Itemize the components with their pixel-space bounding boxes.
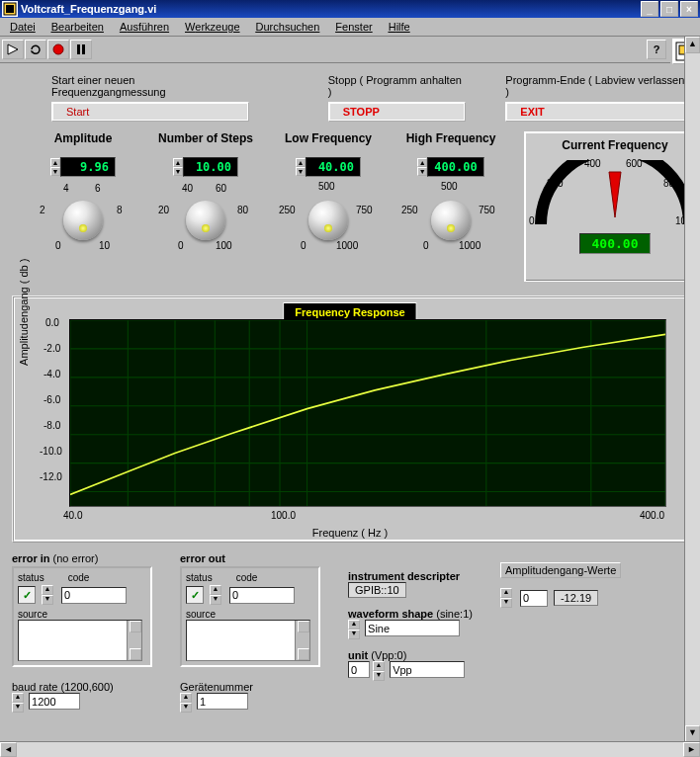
highfreq-knob[interactable] bbox=[431, 201, 471, 240]
unit-input[interactable] bbox=[390, 661, 465, 678]
highfreq-label: High Frequency bbox=[406, 131, 496, 145]
devno-caption: Gerätenummer bbox=[180, 681, 320, 693]
error-in-code[interactable] bbox=[61, 587, 127, 604]
pause-button[interactable] bbox=[70, 40, 92, 59]
amp-index-spinner[interactable]: ▲▼ bbox=[500, 588, 512, 608]
menu-werkzeuge[interactable]: Werkzeuge bbox=[179, 20, 245, 34]
error-out-source[interactable] bbox=[186, 620, 310, 661]
devno-input[interactable] bbox=[197, 693, 248, 710]
start-caption: Start einer neuen Frequenzgangmessung bbox=[51, 74, 249, 98]
start-button[interactable]: Start bbox=[51, 102, 249, 122]
error-in-code-spinner[interactable]: ▲▼ bbox=[42, 585, 53, 605]
steps-knob[interactable] bbox=[186, 201, 225, 240]
steps-control: Number of Steps ▲▼ 10.00 40 60 20 80 0 1… bbox=[156, 131, 255, 258]
lowfreq-label: Low Frequency bbox=[285, 131, 372, 145]
lowfreq-spinner[interactable]: ▲▼ bbox=[296, 158, 306, 176]
wave-spinner[interactable]: ▲▼ bbox=[348, 620, 360, 639]
amplitude-spinner[interactable]: ▲▼ bbox=[50, 158, 60, 176]
abort-button[interactable] bbox=[47, 40, 69, 59]
front-panel: Start einer neuen Frequenzgangmessung St… bbox=[0, 66, 700, 757]
unit-num[interactable] bbox=[348, 661, 370, 678]
vertical-scrollbar[interactable]: ▲▼ bbox=[684, 37, 700, 742]
steps-label: Number of Steps bbox=[158, 131, 253, 145]
error-in-cluster: error in (no error) status code ✓ ▲▼ sou… bbox=[12, 552, 152, 713]
current-frequency-meter: Current Frequency 0 200 400 600 800 1000… bbox=[524, 131, 700, 282]
chart-plot bbox=[70, 320, 665, 506]
run-button[interactable] bbox=[2, 40, 24, 59]
amplitude-label: Amplitude bbox=[54, 131, 113, 145]
menu-bar: Datei Bearbeiten Ausführen Werkzeuge Dur… bbox=[0, 18, 700, 37]
menu-datei[interactable]: Datei bbox=[4, 20, 42, 34]
highfreq-spinner[interactable]: ▲▼ bbox=[417, 158, 427, 176]
amp-current-value: -12.19 bbox=[554, 590, 598, 606]
menu-ausfuehren[interactable]: Ausführen bbox=[114, 20, 175, 34]
minimize-button[interactable]: _ bbox=[641, 1, 658, 17]
horizontal-scrollbar[interactable]: ◄► bbox=[0, 741, 700, 757]
amplitude-control: Amplitude ▲▼ 9.96 4 6 2 8 0 10 bbox=[34, 131, 132, 258]
menu-hilfe[interactable]: Hilfe bbox=[383, 20, 416, 34]
error-out-status: ✓ bbox=[186, 586, 204, 604]
toolbar: ? bbox=[0, 37, 670, 63]
amp-index[interactable] bbox=[520, 590, 548, 607]
svg-point-2 bbox=[53, 44, 63, 54]
exit-button[interactable]: EXIT bbox=[505, 102, 688, 122]
amp-values-caption[interactable]: Amplitudengang-Werte bbox=[500, 562, 621, 578]
svg-rect-3 bbox=[77, 44, 80, 54]
baud-caption: baud rate (1200,600) bbox=[12, 681, 152, 693]
device-settings: instrument descripter GPIB::10 waveform … bbox=[348, 570, 473, 713]
error-out-cluster: error out status code ✓ ▲▼ source Geräte… bbox=[180, 552, 320, 713]
stopp-caption: Stopp ( Programm anhalten ) bbox=[328, 74, 467, 98]
title-bar: Voltcraft_Frequenzgang.vi _ □ × bbox=[0, 0, 700, 18]
error-out-code-spinner[interactable]: ▲▼ bbox=[210, 585, 221, 605]
chart-xlabel: Frequenz ( Hz ) bbox=[312, 527, 388, 539]
chart-ylabel: Amplitudengang ( db ) bbox=[18, 259, 30, 366]
steps-spinner[interactable]: ▲▼ bbox=[173, 158, 183, 176]
amplitude-knob[interactable] bbox=[63, 201, 103, 240]
meter-title: Current Frequency bbox=[562, 138, 667, 152]
menu-durchsuchen[interactable]: Durchsuchen bbox=[250, 20, 326, 34]
context-help-button[interactable]: ? bbox=[647, 40, 666, 59]
stopp-button[interactable]: STOPP bbox=[328, 102, 467, 122]
menu-fenster[interactable]: Fenster bbox=[329, 20, 378, 34]
svg-rect-1 bbox=[6, 5, 14, 13]
highfreq-value[interactable]: 400.00 bbox=[427, 157, 483, 177]
error-in-source[interactable] bbox=[18, 620, 142, 661]
svg-marker-8 bbox=[609, 172, 621, 217]
menu-bearbeiten[interactable]: Bearbeiten bbox=[45, 20, 110, 34]
window-title: Voltcraft_Frequenzgang.vi bbox=[21, 3, 639, 15]
error-in-status: ✓ bbox=[18, 586, 36, 604]
unit-spinner[interactable]: ▲▼ bbox=[373, 661, 385, 681]
svg-rect-4 bbox=[82, 44, 85, 54]
baud-spinner[interactable]: ▲▼ bbox=[12, 693, 24, 713]
amplitude-value[interactable]: 9.96 bbox=[60, 157, 116, 177]
instr-caption: instrument descripter bbox=[348, 570, 473, 582]
exit-caption: Programm-Ende ( Labview verlassen ) bbox=[505, 74, 688, 98]
devno-spinner[interactable]: ▲▼ bbox=[180, 693, 192, 713]
error-out-code[interactable] bbox=[229, 587, 295, 604]
steps-value[interactable]: 10.00 bbox=[183, 157, 238, 177]
wave-input[interactable] bbox=[365, 620, 460, 636]
highfreq-control: High Frequency ▲▼ 400.00 500 250 750 0 1… bbox=[401, 131, 500, 258]
instr-value: GPIB::10 bbox=[348, 582, 406, 598]
maximize-button[interactable]: □ bbox=[660, 1, 678, 17]
lowfreq-control: Low Frequency ▲▼ 40.00 500 250 750 0 100… bbox=[279, 131, 378, 258]
amp-values: Amplitudengang-Werte ▲▼ -12.19 bbox=[500, 562, 621, 713]
run-continuous-button[interactable] bbox=[25, 40, 46, 59]
app-icon bbox=[2, 1, 18, 17]
lowfreq-value[interactable]: 40.00 bbox=[306, 157, 361, 177]
lowfreq-knob[interactable] bbox=[308, 201, 348, 240]
frequency-response-chart: Frequency Response Amplitudengang ( db )… bbox=[12, 295, 688, 543]
close-button[interactable]: × bbox=[680, 1, 698, 17]
baud-input[interactable] bbox=[29, 693, 80, 710]
